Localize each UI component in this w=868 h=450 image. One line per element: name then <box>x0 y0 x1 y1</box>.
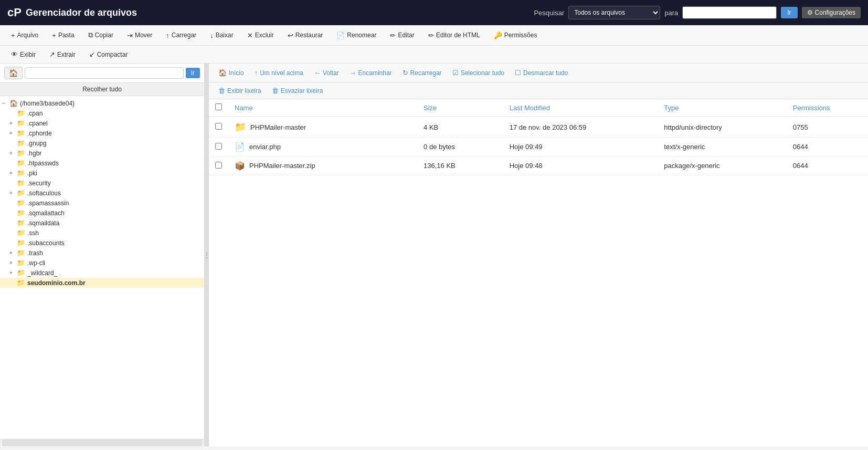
new-folder-button[interactable]: + Pasta <box>46 29 80 42</box>
move-button[interactable]: ⇥ Mover <box>121 29 158 42</box>
html-editor-button[interactable]: ✏ Editor de HTML <box>422 29 486 42</box>
row-permissions-cell: 0755 <box>787 117 868 138</box>
tree-toggle[interactable]: − <box>2 100 9 106</box>
copy-label: Copiar <box>95 32 113 39</box>
back-button[interactable]: ← Voltar <box>310 67 343 79</box>
uncheck-icon: ☐ <box>515 69 521 77</box>
reload-icon: ↻ <box>403 69 408 77</box>
sidebar-path-bar: 🏠 Ir <box>0 64 204 83</box>
table-header-checkbox[interactable] <box>209 99 228 117</box>
row-checkbox-cell[interactable] <box>209 117 228 138</box>
row-modified-cell: 17 de nov. de 2023 06:59 <box>503 117 658 138</box>
row-name-cell[interactable]: 📁 PHPMailer-master <box>228 117 417 138</box>
delete-button[interactable]: ✕ Excluir <box>241 29 280 42</box>
tree-item-label: .cphorde <box>27 130 52 137</box>
extract-icon: ↗ <box>49 50 55 58</box>
tree-item-trash[interactable]: + 📁 .trash <box>0 248 204 258</box>
config-button[interactable]: ⚙ Configurações <box>802 7 861 18</box>
tree-item-htpasswds[interactable]: 📁 .htpasswds <box>0 158 204 168</box>
folder-icon: 📁 <box>17 139 25 147</box>
tree-toggle[interactable]: + <box>9 270 17 276</box>
select-all-checkbox[interactable] <box>215 103 222 110</box>
row-name-cell[interactable]: 📦 PHPMailer-master.zip <box>228 156 417 175</box>
trash-toolbar: 🗑 Exibir lixeira 🗑 Esvaziar lixeira <box>209 82 868 99</box>
edit-button[interactable]: ✏ Editar <box>384 29 420 42</box>
table-header-type[interactable]: Type <box>658 99 787 117</box>
tree-toggle[interactable]: + <box>9 170 17 176</box>
table-header-name[interactable]: Name <box>228 99 417 117</box>
view-label: Exibir <box>20 51 36 58</box>
compress-button[interactable]: ↙ Compactar <box>83 48 134 61</box>
row-checkbox-cell[interactable] <box>209 156 228 175</box>
select-all-button[interactable]: ☑ Selecionar tudo <box>448 67 509 79</box>
html-editor-icon: ✏ <box>428 32 434 39</box>
restore-button[interactable]: ↩ Restaurar <box>282 29 329 42</box>
restore-label: Restaurar <box>295 32 323 39</box>
home-button[interactable]: 🏠 <box>4 67 23 79</box>
tree-toggle[interactable]: + <box>9 120 17 126</box>
tree-item-ssh[interactable]: 📁 .ssh <box>0 228 204 238</box>
tree-toggle[interactable]: + <box>9 190 17 196</box>
row-checkbox[interactable] <box>215 123 222 130</box>
sidebar-horizontal-scrollbar[interactable] <box>0 439 204 446</box>
search-type-select[interactable]: Todos os arquivos Somente nome de arquiv… <box>568 6 660 19</box>
tree-toggle[interactable]: + <box>9 150 17 156</box>
path-input[interactable] <box>25 67 184 79</box>
row-checkbox-cell[interactable] <box>209 138 228 156</box>
tree-item-softaculous[interactable]: + 📁 .softaculous <box>0 188 204 198</box>
search-input[interactable] <box>682 6 777 19</box>
up-level-button[interactable]: ↑ Um nível acima <box>250 67 308 79</box>
tree-item-gnupg[interactable]: 📁 .gnupg <box>0 138 204 148</box>
tree-item-hgbr[interactable]: + 📁 .hgbr <box>0 148 204 158</box>
resize-handle[interactable] <box>205 64 209 446</box>
tree-item-domain[interactable]: 📁 seudominio.com.br <box>0 278 204 288</box>
extract-button[interactable]: ↗ Extrair <box>44 48 81 61</box>
view-button[interactable]: 👁 Exibir <box>5 48 41 61</box>
empty-trash-button[interactable]: 🗑 Esvaziar lixeira <box>268 85 327 97</box>
deselect-all-button[interactable]: ☐ Desmarcar tudo <box>511 67 572 79</box>
table-header-size[interactable]: Size <box>417 99 503 117</box>
tree-toggle[interactable]: + <box>9 130 17 136</box>
forward-button[interactable]: → Encaminhar <box>345 67 396 79</box>
home-nav-button[interactable]: 🏠 Início <box>214 67 248 79</box>
tree-item-sqmailattach[interactable]: 📁 .sqmailattach <box>0 208 204 218</box>
row-checkbox[interactable] <box>215 162 222 169</box>
upload-button[interactable]: ↑ Carregar <box>160 29 202 42</box>
php-file-icon: 📄 <box>235 142 245 152</box>
tree-item-subaccounts[interactable]: 📁 .subaccounts <box>0 238 204 248</box>
tree-item-spamassassin[interactable]: 📁 .spamassassin <box>0 198 204 208</box>
table-header-permissions[interactable]: Permissions <box>787 99 868 117</box>
tree-toggle[interactable]: + <box>9 250 17 256</box>
tree-item-sqmaildata[interactable]: 📁 .sqmaildata <box>0 218 204 228</box>
tree-item-root[interactable]: − 🏠 (/home3/basede04) <box>0 98 204 108</box>
folder-icon: 📁 <box>17 149 25 157</box>
para-label: para <box>664 9 678 17</box>
search-go-button[interactable]: Ir <box>781 7 797 18</box>
sidebar-tree: − 🏠 (/home3/basede04) 📁 .cpan + 📁 .cpane… <box>0 96 204 439</box>
tree-toggle[interactable]: + <box>9 260 17 266</box>
tree-item-cpanel[interactable]: + 📁 .cpanel <box>0 118 204 128</box>
download-button[interactable]: ↓ Baixar <box>204 29 239 42</box>
new-file-button[interactable]: + Arquivo <box>5 29 44 42</box>
tree-item-wildcard[interactable]: + 📁 _wildcard_ . <box>0 268 204 278</box>
copy-icon: ⧉ <box>88 31 93 39</box>
sidebar-go-button[interactable]: Ir <box>186 68 200 78</box>
tree-item-wpcli[interactable]: + 📁 .wp-cli <box>0 258 204 268</box>
row-name-cell[interactable]: 📄 enviar.php <box>228 138 417 156</box>
content-area: 🏠 Início ↑ Um nível acima ← Voltar → Enc… <box>209 64 868 446</box>
show-trash-button[interactable]: 🗑 Exibir lixeira <box>214 85 266 97</box>
collapse-all-button[interactable]: Recolher tudo <box>0 83 204 96</box>
row-modified-cell: Hoje 09:49 <box>503 138 658 156</box>
permissions-button[interactable]: 🔑 Permissões <box>488 29 543 42</box>
reload-button[interactable]: ↻ Recarregar <box>398 67 446 79</box>
upload-label: Carregar <box>172 32 196 39</box>
empty-trash-label: Esvaziar lixeira <box>281 87 323 95</box>
rename-button[interactable]: 📄 Renomear <box>331 29 382 42</box>
tree-item-cphorde[interactable]: + 📁 .cphorde <box>0 128 204 138</box>
tree-item-security[interactable]: 📁 .security <box>0 178 204 188</box>
copy-button[interactable]: ⧉ Copiar <box>82 28 119 42</box>
tree-item-cpan[interactable]: 📁 .cpan <box>0 108 204 118</box>
tree-item-pki[interactable]: + 📁 .pki <box>0 168 204 178</box>
row-checkbox[interactable] <box>215 143 222 150</box>
table-header-modified[interactable]: Last Modified <box>503 99 658 117</box>
